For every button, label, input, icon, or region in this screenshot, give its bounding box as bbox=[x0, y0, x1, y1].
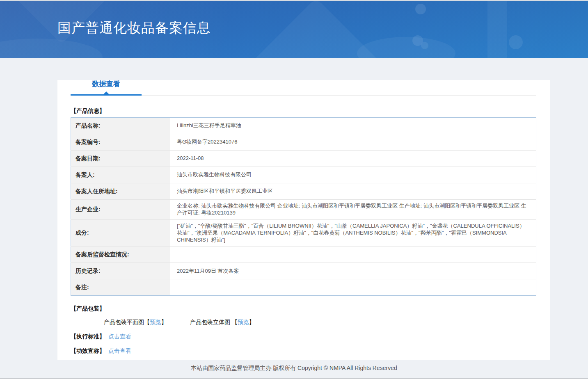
table-row: 产品名称: Lilinzhi三花三籽手足精萃油 bbox=[71, 118, 536, 134]
row-label: 备案人: bbox=[71, 167, 170, 183]
section-heading-product-info: 【产品信息】 bbox=[71, 107, 536, 115]
row-value: Lilinzhi三花三籽手足精萃油 bbox=[170, 118, 536, 134]
banner-circle-3 bbox=[421, 42, 428, 49]
table-row: 备案日期: 2022-11-08 bbox=[71, 151, 536, 167]
section-heading-standard: 【执行标准】 bbox=[71, 333, 105, 340]
packaging-stereo-label: 产品包装立体图 【 bbox=[190, 319, 238, 325]
packaging-flat-preview-link[interactable]: 预览 bbox=[150, 319, 161, 325]
row-value: 2022年11月09日 首次备案 bbox=[170, 263, 536, 279]
packaging-stereo-preview-link[interactable]: 预览 bbox=[238, 319, 249, 325]
standard-view-link[interactable]: 点击查看 bbox=[108, 333, 131, 340]
main-area: 数据查看 【产品信息】 产品名称: Lilinzhi三花三籽手足精萃油 备案编号… bbox=[0, 58, 588, 372]
row-label: 备案人住所地址: bbox=[71, 183, 170, 200]
table-row: 备案编号: 粤G妆网备字2022341076 bbox=[71, 134, 536, 151]
packaging-flat-label: 产品包装平面图【 bbox=[104, 319, 150, 325]
efficacy-view-link[interactable]: 点击查看 bbox=[108, 347, 131, 354]
row-value: 粤G妆网备字2022341076 bbox=[170, 134, 536, 151]
footer-copyright-text: 本站由国家药品监督管理局主办 版权所有 Copyright © NMPA All… bbox=[191, 365, 397, 371]
table-row: 备注: bbox=[71, 279, 536, 296]
row-label: 备案日期: bbox=[71, 151, 170, 167]
packaging-flat-bracket-close: 】 bbox=[161, 319, 167, 325]
row-label: 备注: bbox=[71, 279, 170, 296]
table-row: 成分: ["矿油"，"辛酸/癸酸甘油三酯"，"百合（LILIUM BROWNII… bbox=[71, 219, 536, 247]
row-label: 成分: bbox=[71, 219, 170, 247]
table-row: 备案人住所地址: 汕头市潮阳区和平镇和平居委双凤工业区 bbox=[71, 183, 536, 200]
tab-data-view-label: 数据查看 bbox=[92, 80, 120, 88]
packaging-stereo-item: 产品包装立体图 【预览】 bbox=[190, 319, 255, 326]
row-label: 备案后监督检查情况: bbox=[71, 247, 170, 263]
efficacy-row: 【功效宣称】点击查看 bbox=[71, 347, 536, 355]
section-heading-efficacy: 【功效宣称】 bbox=[71, 347, 105, 354]
table-row: 生产企业: 企业名称: 汕头市欧实雅生物科技有限公司 企业地址: 汕头市潮阳区和… bbox=[71, 200, 536, 220]
packaging-links-row: 产品包装平面图【预览】 产品包装立体图 【预览】 bbox=[71, 319, 536, 326]
content-card: 数据查看 【产品信息】 产品名称: Lilinzhi三花三籽手足精萃油 备案编号… bbox=[57, 80, 550, 372]
row-label: 历史记录: bbox=[71, 263, 170, 279]
row-value bbox=[170, 279, 536, 296]
row-value: 汕头市潮阳区和平镇和平居委双凤工业区 bbox=[170, 183, 536, 200]
page-footer: 本站由国家药品监督管理局主办 版权所有 Copyright © NMPA All… bbox=[0, 360, 588, 378]
table-row: 备案后监督检查情况: bbox=[71, 247, 536, 263]
row-value: 2022-11-08 bbox=[170, 151, 536, 167]
table-row: 备案人: 汕头市欧实雅生物科技有限公司 bbox=[71, 167, 536, 183]
packaging-stereo-bracket-close: 】 bbox=[249, 319, 255, 325]
tab-bar: 数据查看 bbox=[71, 80, 536, 96]
tab-active-indicator-triangle bbox=[103, 91, 109, 94]
row-label: 备案编号: bbox=[71, 134, 170, 151]
tab-data-view[interactable]: 数据查看 bbox=[71, 80, 142, 95]
page-banner: 国产普通化妆品备案信息 bbox=[0, 1, 588, 58]
banner-circle-4 bbox=[509, 35, 523, 49]
banner-circle-1 bbox=[415, 4, 426, 14]
row-label: 生产企业: bbox=[71, 200, 170, 220]
row-value: ["矿油"，"辛酸/癸酸甘油三酯"，"百合（LILIUM BROWNII）花油"… bbox=[170, 219, 536, 247]
product-info-table: 产品名称: Lilinzhi三花三籽手足精萃油 备案编号: 粤G妆网备字2022… bbox=[71, 117, 536, 296]
row-label: 产品名称: bbox=[71, 118, 170, 134]
row-value: 汕头市欧实雅生物科技有限公司 bbox=[170, 167, 536, 183]
row-value: 企业名称: 汕头市欧实雅生物科技有限公司 企业地址: 汕头市潮阳区和平镇和平居委… bbox=[170, 200, 536, 220]
banner-band-shape bbox=[487, 1, 507, 58]
table-row: 历史记录: 2022年11月09日 首次备案 bbox=[71, 263, 536, 279]
packaging-flat-item: 产品包装平面图【预览】 bbox=[104, 319, 167, 326]
section-heading-packaging: 【产品包装】 bbox=[71, 305, 536, 313]
row-value bbox=[170, 247, 536, 263]
page-title: 国产普通化妆品备案信息 bbox=[57, 19, 211, 37]
standard-row: 【执行标准】点击查看 bbox=[71, 333, 536, 340]
